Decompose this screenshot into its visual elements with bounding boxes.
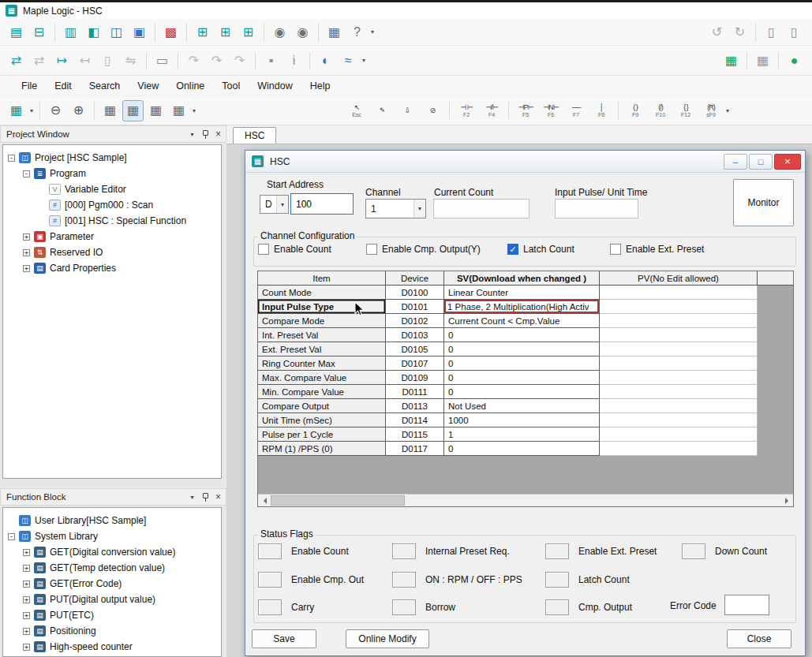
copy-device-icon[interactable]: ⊞	[215, 21, 236, 43]
cell-device[interactable]: D0102	[386, 314, 444, 328]
import-file-icon[interactable]: ▯	[761, 21, 782, 43]
cell-device[interactable]: D0111	[386, 385, 444, 399]
view-grid-4-icon[interactable]: ▦	[168, 100, 189, 121]
scrollbar-track[interactable]	[405, 495, 780, 506]
cell-sv[interactable]: 0	[444, 356, 600, 371]
system-monitor-icon[interactable]: ◐	[315, 50, 336, 71]
checkbox-box[interactable]	[258, 244, 269, 255]
cell-pv[interactable]	[600, 300, 758, 314]
expand-icon[interactable]: +	[23, 565, 30, 572]
table-row[interactable]: Compare ModeD0102Current Count < Cmp.Val…	[258, 314, 793, 328]
redo-icon[interactable]: ↻	[729, 21, 750, 43]
cell-pv[interactable]	[600, 356, 758, 371]
table-row[interactable]: Min. Compare ValueD01110	[258, 385, 793, 399]
tree-item[interactable]: +▤GET(Error Code)	[3, 576, 221, 592]
falling-contact-tool-icon[interactable]: ⊣N⊢F6	[539, 99, 563, 122]
esc-tool-icon[interactable]: ↖Esc	[345, 99, 369, 122]
dialog-maximize-button[interactable]: □	[749, 154, 773, 170]
cell-item[interactable]: Compare Mode	[258, 314, 386, 328]
menu-help[interactable]: Help	[301, 77, 339, 95]
view-grid-3-icon[interactable]: ▦	[145, 100, 167, 121]
table-row[interactable]: Input Pulse TypeD01011 Phase, 2 Multipli…	[258, 300, 793, 314]
transfer-icon[interactable]: ⇋	[120, 50, 141, 71]
cell-device[interactable]: D0101	[386, 300, 444, 314]
tree-item[interactable]: VVariable Editor	[3, 181, 221, 197]
cell-item[interactable]: Pulse per 1 Cycle	[258, 427, 386, 442]
tree-item[interactable]: -◫System Library	[3, 528, 221, 544]
cell-device[interactable]: D0115	[386, 427, 444, 442]
new-project-icon[interactable]: ▤	[6, 21, 27, 43]
expand-icon[interactable]: +	[23, 249, 30, 256]
table-row[interactable]: Int. Preset ValD01030	[258, 328, 793, 342]
cell-device[interactable]: D0100	[386, 286, 444, 300]
run-mode-icon[interactable]: ▦	[720, 50, 742, 71]
table-row[interactable]: Ring Counter MaxD01070	[258, 356, 793, 371]
undo-icon[interactable]: ↺	[706, 21, 728, 43]
upload-icon[interactable]: ◉	[269, 21, 290, 43]
combo-arrow-icon[interactable]: ▾	[276, 196, 288, 213]
zoom-out-icon[interactable]: ⊖	[45, 100, 66, 121]
expand-icon[interactable]: +	[23, 233, 30, 241]
table-row[interactable]: Compare OutputD0113Not Used	[258, 399, 793, 413]
table-row[interactable]: Pulse per 1 CycleD01151	[258, 427, 793, 442]
coil-tool-icon[interactable]: ( )F9	[623, 99, 647, 122]
cell-item[interactable]: Min. Compare Value	[258, 385, 386, 399]
cell-item[interactable]: Unit Time (mSec)	[258, 413, 386, 427]
start-address-input[interactable]	[290, 193, 354, 215]
cell-pv[interactable]	[600, 413, 758, 427]
scroll-left-arrow-icon[interactable]	[258, 495, 271, 506]
menu-view[interactable]: View	[129, 77, 167, 95]
tree-item[interactable]: +▤PUT(Digital output value)	[3, 592, 221, 607]
verify-icon[interactable]: ▯	[97, 50, 118, 71]
cell-item[interactable]: Max. Compare Value	[258, 371, 386, 385]
function-block-menu-caret-icon[interactable]: ▼	[189, 495, 195, 500]
function-block-pin-icon[interactable]	[201, 492, 209, 502]
project-window-pin-icon[interactable]	[201, 129, 209, 140]
tree-item[interactable]: -◫Project [HSC Sample]	[3, 150, 221, 166]
cell-pv[interactable]	[600, 371, 758, 385]
table-horizontal-scrollbar[interactable]	[258, 494, 793, 506]
tree-item[interactable]: +▣Parameter	[3, 229, 221, 245]
cell-sv[interactable]: Linear Counter	[444, 286, 600, 300]
zoom-in-icon[interactable]: ⊕	[68, 100, 89, 121]
expand-icon[interactable]: +	[23, 628, 30, 635]
menu-search[interactable]: Search	[80, 77, 129, 95]
delete-tool-icon[interactable]: ⊘	[421, 99, 444, 122]
view-grid-2-icon[interactable]: ▦	[122, 100, 144, 121]
table-row[interactable]: RPM (1) /PPS (0)D01170	[258, 442, 793, 456]
tree-item[interactable]: +▤GET(Digital conversion value)	[3, 544, 221, 560]
dialog-titlebar[interactable]: ▦ HSC – □ ×	[245, 151, 805, 173]
table-row[interactable]: Unit Time (mSec)D01141000	[258, 413, 793, 427]
expand-icon[interactable]: +	[23, 265, 30, 272]
cell-sv[interactable]: 1 Phase, 2 Multiplication(High Activ	[444, 300, 600, 314]
tree-item[interactable]: -≣Program	[3, 166, 221, 181]
stop-mode-icon[interactable]: ▦	[752, 50, 773, 71]
menu-window[interactable]: Window	[249, 77, 301, 95]
dropdown-caret-icon[interactable]: ▾	[362, 57, 365, 64]
view-grid-1-icon[interactable]: ▦	[99, 100, 121, 121]
cell-pv[interactable]	[600, 328, 758, 342]
save-button[interactable]: Save	[252, 629, 316, 648]
export-file-icon[interactable]: ▯	[784, 21, 805, 43]
cell-device[interactable]: D0109	[386, 371, 444, 385]
menu-tool[interactable]: Tool	[213, 77, 249, 95]
checkbox-box[interactable]	[610, 244, 621, 255]
save-icon[interactable]: ◫	[106, 21, 127, 43]
special-module-icon[interactable]: ▦	[6, 100, 27, 121]
open-project-icon[interactable]: ⊟	[28, 21, 50, 43]
vline-tool-icon[interactable]: │F8	[589, 99, 613, 122]
menu-edit[interactable]: Edit	[46, 77, 80, 95]
cell-device[interactable]: D0113	[386, 399, 444, 413]
cell-device[interactable]: D0114	[386, 413, 444, 427]
link-2-icon[interactable]: ↷	[206, 50, 227, 71]
online-modify-button[interactable]: Online Modify	[346, 629, 429, 648]
cell-device[interactable]: D0117	[386, 442, 444, 456]
cell-sv[interactable]: Not Used	[444, 399, 600, 413]
add-device-icon[interactable]: ⊞	[192, 21, 213, 43]
cell-device[interactable]: D0103	[386, 328, 444, 342]
tree-item[interactable]: ◫User Library[HSC Sample]	[3, 513, 221, 528]
hline-tool-icon[interactable]: ──F7	[564, 99, 588, 122]
dropdown-caret-icon[interactable]: ▾	[726, 107, 729, 114]
dropdown-caret-icon[interactable]: ▾	[30, 107, 33, 114]
project-window-menu-caret-icon[interactable]: ▼	[189, 132, 195, 137]
